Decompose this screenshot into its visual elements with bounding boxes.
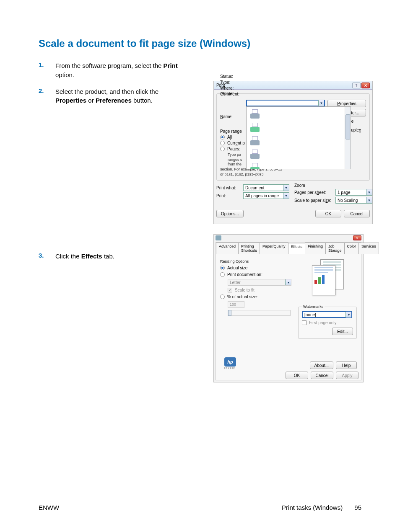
scale-to-paper-select[interactable]: No Scaling▼: [335, 197, 372, 204]
chevron-down-icon: ▼: [366, 189, 372, 195]
chevron-down-icon: ▾: [345, 312, 351, 318]
apply-button[interactable]: Apply: [336, 372, 358, 379]
step-number: 2.: [39, 87, 55, 106]
where-label: Where:: [220, 86, 244, 90]
close-button[interactable]: X: [361, 83, 370, 88]
tab-printing-shortcuts[interactable]: Printing Shortcuts: [238, 243, 260, 254]
edit-button[interactable]: Edit...: [332, 328, 353, 335]
tab-color[interactable]: Color: [344, 243, 359, 254]
status-label: Status:: [220, 74, 244, 79]
printer-dropdown-list[interactable]: [246, 106, 351, 169]
chevron-down-icon: ▼: [283, 185, 289, 191]
radio-icon: [220, 135, 225, 139]
print-doc-on-select[interactable]: Letter▾: [228, 279, 291, 286]
radio-icon: [220, 272, 225, 277]
print-doc-on-radio[interactable]: Print document on:: [220, 272, 291, 277]
step-text: Select the product, and then click the P…: [55, 87, 190, 106]
step-text: Click the Effects tab.: [55, 252, 114, 261]
printer-group: Printer Name: ▼: [216, 91, 370, 181]
scroll-thumb[interactable]: [345, 114, 350, 139]
checkbox-icon: ✓: [228, 288, 232, 292]
checkbox-icon: [302, 320, 306, 325]
document-page: Scale a document to fit page size (Windo…: [0, 0, 400, 532]
tab-strip: Advanced Printing Shortcuts Paper/Qualit…: [216, 243, 361, 254]
zoom-legend: Zoom: [294, 183, 372, 188]
tab-advanced[interactable]: Advanced: [216, 243, 239, 254]
print-label: Print:: [216, 194, 241, 198]
printer-name-select[interactable]: ▼: [246, 100, 325, 106]
page-preview: [304, 259, 351, 297]
cancel-button[interactable]: Cancel: [311, 372, 333, 379]
printer-icon: [249, 150, 261, 159]
resizing-legend: Resizing Options: [220, 259, 291, 263]
name-label: Name:: [220, 114, 244, 119]
print-what-label: Print what:: [216, 186, 241, 190]
tab-effects[interactable]: Effects: [288, 243, 305, 254]
watermarks-group: Watermarks [none]▾ First page only Edit.…: [298, 305, 357, 339]
chevron-down-icon: ▼: [318, 100, 324, 106]
print-what-select[interactable]: Document▼: [243, 184, 289, 191]
hp-logo-icon: hp: [224, 357, 236, 367]
scale-to-paper-label: Scale to paper size:: [294, 198, 333, 203]
step-1: 1. From the software program, select the…: [39, 61, 361, 80]
ok-button[interactable]: OK: [315, 210, 341, 217]
step-number: 1.: [39, 61, 55, 80]
tab-finishing[interactable]: Finishing: [305, 243, 326, 254]
scale-to-fit-checkbox[interactable]: ✓Scale to fit: [228, 288, 291, 292]
help-button[interactable]: Help: [336, 362, 357, 369]
tab-job-storage[interactable]: Job Storage: [325, 243, 345, 254]
tab-services[interactable]: Services: [358, 243, 379, 254]
first-page-only-checkbox[interactable]: First page only: [302, 320, 353, 325]
watermarks-legend: Watermarks: [302, 305, 325, 309]
footer-right: Print tasks (Windows) 95: [282, 504, 361, 511]
slider-thumb[interactable]: [228, 310, 231, 316]
printer-icon: [249, 123, 261, 132]
options-button[interactable]: Options...: [216, 210, 244, 217]
radio-icon: [220, 294, 225, 299]
help-button[interactable]: ?: [352, 83, 361, 88]
scrollbar[interactable]: [345, 107, 351, 169]
step-text: From the software program, select the Pr…: [55, 61, 190, 80]
radio-icon: [220, 147, 225, 151]
pct-input[interactable]: 100: [228, 301, 244, 308]
ok-button[interactable]: OK: [286, 372, 308, 379]
preview-front-sheet: [312, 265, 335, 295]
print-dialog-screenshot: Print ? X Printer Name: ▼: [213, 81, 373, 224]
properties-dialog-screenshot: X Advanced Printing Shortcuts Paper/Qual…: [213, 234, 364, 382]
chevron-down-icon: ▼: [283, 193, 289, 199]
printer-small-icon: [216, 235, 221, 240]
radio-icon: [220, 141, 225, 145]
printer-icon: [249, 109, 261, 119]
print-select[interactable]: All pages in range▼: [243, 192, 289, 199]
resizing-options-group: Resizing Options Actual size Print docum…: [220, 259, 291, 318]
footer-left: ENWW: [39, 504, 59, 511]
chevron-down-icon: ▾: [285, 279, 291, 285]
pct-slider[interactable]: [228, 310, 291, 316]
hint-text: or p1s1, p1s2, p1s3–p8s3: [220, 172, 366, 177]
step-number: 3.: [39, 252, 55, 261]
about-button[interactable]: About...: [310, 362, 333, 369]
chevron-down-icon: ▼: [366, 197, 372, 203]
radio-icon: [220, 266, 225, 270]
comment-label: Comment:: [220, 92, 244, 96]
page-number: 95: [354, 504, 361, 511]
tab-paper-quality[interactable]: Paper/Quality: [260, 243, 288, 254]
page-footer: ENWW Print tasks (Windows) 95: [39, 504, 361, 511]
printer-icon: [249, 163, 261, 169]
pages-per-sheet-select[interactable]: 1 page▼: [335, 189, 372, 196]
cancel-button[interactable]: Cancel: [344, 210, 370, 217]
pct-actual-radio[interactable]: % of actual size:: [220, 294, 291, 299]
actual-size-radio[interactable]: Actual size: [220, 266, 291, 270]
watermark-select[interactable]: [none]▾: [302, 311, 352, 318]
type-label: Type:: [220, 80, 244, 85]
printer-icon: [249, 136, 261, 145]
close-button[interactable]: X: [353, 235, 361, 240]
pages-per-sheet-label: Pages per sheet:: [294, 190, 333, 195]
page-heading: Scale a document to fit page size (Windo…: [39, 38, 361, 49]
